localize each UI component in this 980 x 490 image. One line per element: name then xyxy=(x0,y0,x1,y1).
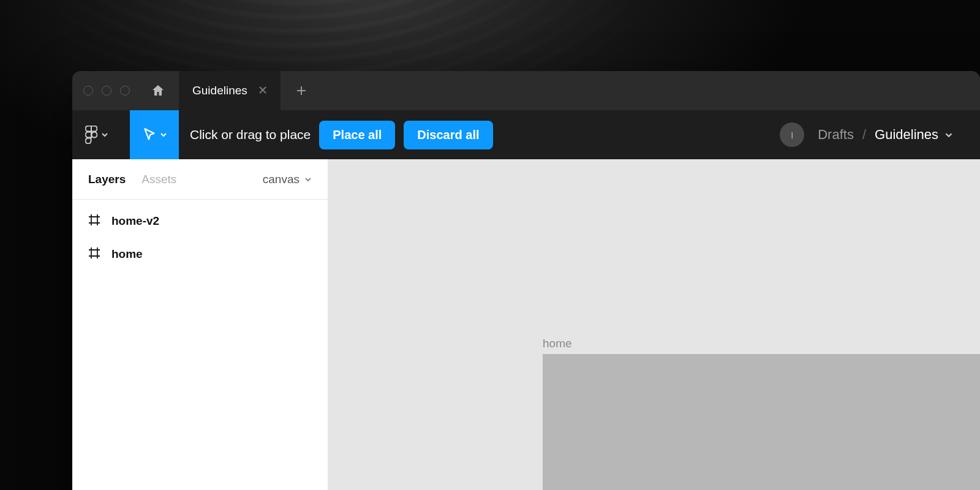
chevron-down-icon xyxy=(160,132,167,137)
tab-layers[interactable]: Layers xyxy=(88,173,126,186)
window-zoom-icon[interactable] xyxy=(120,86,130,96)
breadcrumb-separator: / xyxy=(862,127,866,143)
layers-list: home-v2 home xyxy=(72,200,328,276)
new-tab-button[interactable] xyxy=(288,77,315,104)
home-icon xyxy=(151,83,165,98)
chevron-down-icon xyxy=(944,132,953,138)
layer-row[interactable]: home-v2 xyxy=(72,205,328,238)
placement-hint: Click or drag to place xyxy=(190,127,311,142)
left-sidebar: Layers Assets canvas home-v2 xyxy=(72,159,328,490)
close-icon xyxy=(258,86,267,94)
breadcrumb-file-label: Guidelines xyxy=(875,127,938,143)
home-tab[interactable] xyxy=(145,77,172,104)
plus-icon xyxy=(296,85,307,96)
layer-row[interactable]: home xyxy=(72,238,328,271)
move-tool-button[interactable] xyxy=(130,110,179,159)
breadcrumb-file[interactable]: Guidelines xyxy=(875,127,953,143)
figma-logo-icon xyxy=(85,126,97,144)
main-area: Layers Assets canvas home-v2 xyxy=(72,159,980,490)
tabbar: Guidelines xyxy=(72,71,980,110)
frame-label[interactable]: home xyxy=(543,337,572,350)
chevron-down-icon xyxy=(101,132,108,137)
layer-name: home xyxy=(111,247,143,261)
app-window: Guidelines xyxy=(72,71,980,490)
layer-name: home-v2 xyxy=(111,214,159,228)
toolbar: Click or drag to place Place all Discard… xyxy=(72,110,980,159)
breadcrumb-parent[interactable]: Drafts xyxy=(818,127,854,143)
svg-point-0 xyxy=(92,132,97,138)
place-all-button[interactable]: Place all xyxy=(319,121,395,149)
window-controls xyxy=(83,86,130,96)
page-picker[interactable]: canvas xyxy=(263,173,312,186)
frame-icon xyxy=(88,247,100,262)
chevron-down-icon xyxy=(304,177,312,182)
frame-icon xyxy=(88,214,100,229)
window-minimize-icon[interactable] xyxy=(102,86,111,96)
discard-all-button[interactable]: Discard all xyxy=(404,121,492,149)
main-menu-button[interactable] xyxy=(72,110,121,159)
breadcrumb: I Drafts / Guidelines xyxy=(780,123,968,147)
file-tab-active[interactable]: Guidelines xyxy=(179,71,281,110)
avatar-initial: I xyxy=(791,130,793,140)
close-tab-button[interactable] xyxy=(257,85,268,97)
avatar[interactable]: I xyxy=(780,123,804,147)
frame-home[interactable] xyxy=(543,354,980,490)
panel-tabs: Layers Assets canvas xyxy=(72,159,328,200)
cursor-icon xyxy=(141,127,157,143)
canvas[interactable]: home xyxy=(328,159,980,490)
file-tab-label: Guidelines xyxy=(192,84,247,97)
page-picker-label: canvas xyxy=(263,173,300,186)
tab-assets[interactable]: Assets xyxy=(141,173,176,186)
window-close-icon[interactable] xyxy=(83,86,93,96)
